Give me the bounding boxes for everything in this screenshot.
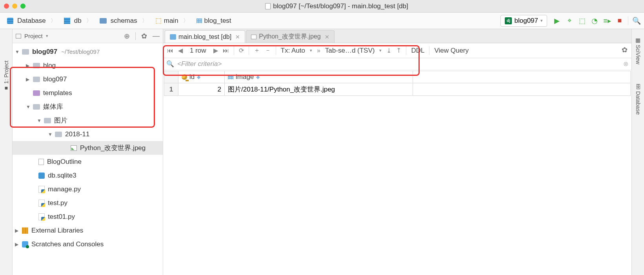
view-query-button[interactable]: View Query bbox=[434, 47, 469, 55]
close-window-button[interactable] bbox=[4, 4, 9, 9]
cell-image[interactable]: 图片/2018-11/Python_改变世界.jpeg bbox=[225, 83, 413, 95]
settings-gear-icon[interactable]: ✿ bbox=[622, 46, 628, 54]
minimize-window-button[interactable] bbox=[12, 4, 17, 9]
collapse-arrow-icon[interactable]: ▶ bbox=[26, 63, 31, 68]
python-file-icon bbox=[38, 186, 45, 193]
tree-blogoutline[interactable]: BlogOutline bbox=[13, 155, 163, 169]
primary-key-icon bbox=[182, 74, 187, 80]
tree-managepy[interactable]: manage.py bbox=[13, 182, 163, 196]
folder-icon bbox=[33, 77, 40, 82]
column-header-id[interactable]: id◆ bbox=[178, 71, 225, 83]
column-header-image[interactable]: image◆ bbox=[225, 71, 413, 83]
search-icon: 🔍 bbox=[166, 60, 174, 68]
ddl-button[interactable]: DDL bbox=[411, 47, 424, 55]
tree-datefolder[interactable]: ▼2018-11 bbox=[13, 127, 163, 141]
breadcrumb-database[interactable]: Database bbox=[3, 15, 60, 27]
tree-media[interactable]: ▼媒体库 bbox=[13, 100, 163, 114]
more-tx-button[interactable]: » bbox=[317, 47, 320, 54]
collapse-arrow-icon[interactable]: ▶ bbox=[15, 242, 20, 247]
tree-label: db.sqlite3 bbox=[48, 172, 76, 180]
project-tool-button[interactable]: ■1: Project bbox=[3, 60, 9, 92]
tree-label: blog bbox=[43, 62, 56, 70]
chevron-down-icon[interactable]: ▾ bbox=[46, 33, 48, 38]
database-tool-button[interactable]: 🗄Database bbox=[635, 80, 641, 115]
last-page-button[interactable]: ⏭ bbox=[223, 47, 229, 54]
tab-image[interactable]: Python_改变世界.jpeg✕ bbox=[246, 30, 334, 43]
maximize-window-button[interactable] bbox=[20, 4, 25, 9]
expand-arrow-icon[interactable]: ▼ bbox=[48, 132, 53, 137]
format-label[interactable]: Tab-se…d (TSV) bbox=[325, 47, 375, 55]
filter-input[interactable]: <Filter criteria> bbox=[177, 60, 222, 68]
window-titlebar: blog097 [~/Test/blog097] - main.blog_tes… bbox=[0, 0, 644, 13]
debug-button[interactable]: ⌖ bbox=[565, 16, 574, 25]
tree-imagefile[interactable]: Python_改变世界.jpeg bbox=[13, 141, 163, 155]
tree-blog[interactable]: ▶blog bbox=[13, 59, 163, 72]
locate-button[interactable]: ⊕ bbox=[124, 32, 130, 40]
first-page-button[interactable]: ⏮ bbox=[167, 47, 173, 54]
window-title: blog097 [~/Test/blog097] - main.blog_tes… bbox=[33, 2, 640, 10]
project-tool-label: 1: Project bbox=[3, 60, 9, 84]
collapse-arrow-icon[interactable]: ▶ bbox=[26, 77, 31, 82]
right-tool-strip: ▦SciView 🗄Database bbox=[631, 29, 644, 275]
database-file-icon bbox=[38, 172, 45, 179]
search-button[interactable]: 🔍 bbox=[632, 16, 641, 25]
tree-blog097[interactable]: ▶blog097 bbox=[13, 72, 163, 86]
collapse-button[interactable]: — bbox=[153, 32, 160, 40]
import-button[interactable]: ⤒ bbox=[396, 47, 401, 54]
breadcrumb-schemas[interactable]: schemas bbox=[96, 15, 151, 27]
tree-label: test01.py bbox=[48, 213, 75, 221]
table-row[interactable]: 1 2 图片/2018-11/Python_改变世界.jpeg bbox=[164, 83, 631, 96]
settings-button[interactable]: ✿ bbox=[141, 32, 147, 40]
close-tab-icon[interactable]: ✕ bbox=[235, 34, 240, 40]
sort-icon[interactable]: ◆ bbox=[197, 74, 200, 80]
tree-testpy[interactable]: test.py bbox=[13, 196, 163, 210]
breadcrumb-main[interactable]: ⬚main bbox=[151, 15, 193, 27]
column-label: image bbox=[236, 73, 254, 81]
tab-blogtest[interactable]: main.blog_test [db]✕ bbox=[165, 30, 245, 43]
next-page-button[interactable]: ▶ bbox=[213, 47, 218, 54]
run-button[interactable]: ▶ bbox=[553, 16, 561, 25]
breadcrumb-blogtest[interactable]: blog_test bbox=[193, 15, 240, 27]
separator bbox=[276, 46, 276, 55]
sort-icon[interactable]: ◆ bbox=[256, 74, 260, 80]
sciview-tool-button[interactable]: ▦SciView bbox=[635, 33, 641, 64]
export-button[interactable]: ⤓ bbox=[386, 47, 391, 54]
tree-templates[interactable]: templates bbox=[13, 86, 163, 100]
nav-right: dj blog097 ▾ ▶ ⌖ ⬚ ◔ ≡▸ ■ 🔍 bbox=[500, 15, 641, 27]
folder-icon bbox=[33, 63, 40, 68]
tree-root[interactable]: ▼blog097~/Test/blog097 bbox=[13, 45, 163, 59]
breadcrumb-db[interactable]: db bbox=[60, 15, 96, 27]
add-row-button[interactable]: ＋ bbox=[254, 46, 260, 55]
project-tree[interactable]: ▼blog097~/Test/blog097 ▶blog ▶blog097 te… bbox=[13, 43, 163, 275]
tx-mode-label[interactable]: Tx: Auto bbox=[281, 47, 305, 55]
tree-scratches[interactable]: ▶Scratches and Consoles bbox=[13, 237, 163, 251]
collapse-arrow-icon[interactable]: ▶ bbox=[15, 228, 20, 233]
coverage-button[interactable]: ⬚ bbox=[578, 16, 586, 25]
clear-filter-icon[interactable]: ⊗ bbox=[623, 60, 628, 68]
tree-test01py[interactable]: test01.py bbox=[13, 210, 163, 224]
traffic-lights bbox=[4, 4, 25, 9]
tree-sqlite[interactable]: db.sqlite3 bbox=[13, 169, 163, 182]
tree-extlibs[interactable]: ▶External Libraries bbox=[13, 224, 163, 237]
text-file-icon bbox=[38, 159, 44, 165]
navigation-bar: Database db schemas ⬚main blog_test dj b… bbox=[0, 13, 644, 29]
expand-arrow-icon[interactable]: ▼ bbox=[15, 49, 20, 55]
tree-label: blog097 bbox=[43, 75, 67, 83]
table-icon bbox=[170, 34, 176, 40]
tree-pictures[interactable]: ▼图片 bbox=[13, 114, 163, 127]
run-config-select[interactable]: dj blog097 ▾ bbox=[500, 15, 547, 27]
stop-button[interactable]: ■ bbox=[615, 16, 624, 25]
cell-id[interactable]: 2 bbox=[178, 83, 225, 95]
concurrency-button[interactable]: ≡▸ bbox=[603, 16, 611, 25]
close-tab-icon[interactable]: ✕ bbox=[325, 34, 329, 40]
reload-button[interactable]: ⟳ bbox=[239, 47, 244, 54]
tree-label: External Libraries bbox=[31, 227, 83, 235]
folder-icon bbox=[22, 49, 29, 55]
expand-arrow-icon[interactable]: ▼ bbox=[37, 118, 42, 123]
prev-page-button[interactable]: ◀ bbox=[178, 47, 183, 54]
left-tool-strip: ■1: Project bbox=[0, 29, 13, 275]
remove-row-button[interactable]: － bbox=[265, 46, 271, 55]
chevron-down-icon: ▾ bbox=[310, 48, 312, 53]
profile-button[interactable]: ◔ bbox=[590, 16, 599, 25]
expand-arrow-icon[interactable]: ▼ bbox=[26, 104, 31, 110]
